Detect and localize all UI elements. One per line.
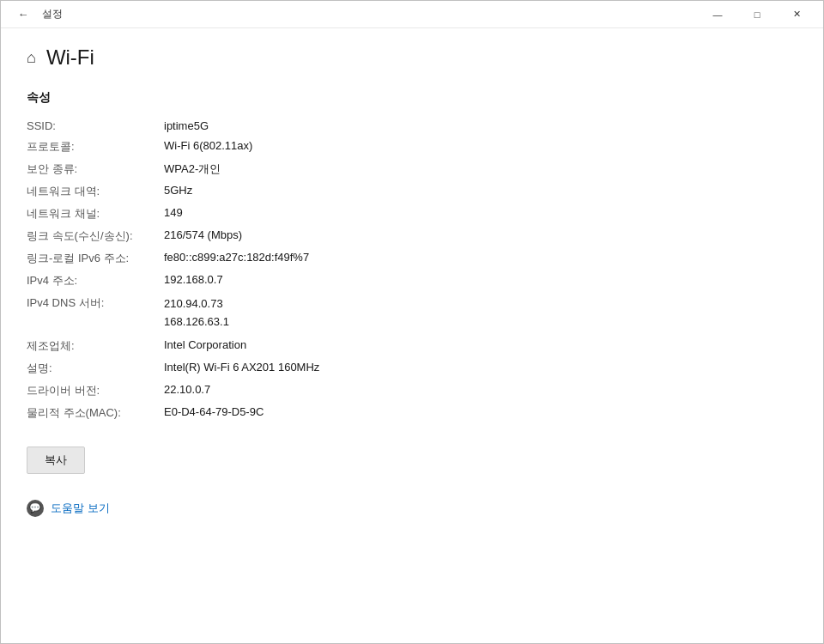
property-label: 드라이버 버전:: [27, 381, 164, 400]
property-value: 5GHz: [164, 182, 797, 201]
property-value: WPA2-개인: [164, 160, 797, 179]
section-title: 속성: [27, 90, 797, 106]
property-label: 링크-로컬 IPv6 주소:: [27, 249, 164, 268]
property-value: 192.168.0.7: [164, 271, 797, 290]
title-bar-left: ← 설정: [11, 3, 63, 27]
minimize-icon: —: [713, 9, 723, 20]
property-value: Wi-Fi 6(802.11ax): [164, 137, 797, 156]
property-label: 프로토콜:: [27, 137, 164, 156]
property-label: 네트워크 대역:: [27, 182, 164, 201]
page-header: ⌂ Wi-Fi: [27, 46, 797, 70]
help-link-label: 도움말 보기: [51, 501, 110, 516]
help-link[interactable]: 💬 도움말 보기: [27, 500, 797, 517]
properties-table: SSID:iptime5G프로토콜:Wi-Fi 6(802.11ax)보안 종류…: [27, 118, 797, 422]
window-controls: — □ ✕: [698, 1, 816, 28]
page-title: Wi-Fi: [46, 46, 94, 70]
property-label: SSID:: [27, 118, 164, 134]
property-label: 설명:: [27, 359, 164, 378]
help-icon: 💬: [27, 500, 44, 517]
property-value: 22.10.0.7: [164, 381, 797, 400]
close-icon: ✕: [793, 9, 801, 20]
property-value: 216/574 (Mbps): [164, 227, 797, 246]
title-bar: ← 설정 — □ ✕: [1, 1, 823, 28]
property-value: fe80::c899:a27c:182d:f49f%7: [164, 249, 797, 268]
back-button[interactable]: ←: [11, 3, 35, 27]
property-value: E0-D4-64-79-D5-9C: [164, 404, 797, 422]
property-value: 210.94.0.73 168.126.63.1: [164, 294, 797, 333]
maximize-icon: □: [754, 9, 760, 20]
settings-window: ← 설정 — □ ✕ ⌂ Wi-Fi 속성 SSID:iptime5G프로토콜:…: [0, 0, 824, 644]
content-area: ⌂ Wi-Fi 속성 SSID:iptime5G프로토콜:Wi-Fi 6(802…: [1, 28, 823, 643]
copy-button[interactable]: 복사: [27, 447, 85, 474]
close-button[interactable]: ✕: [777, 1, 816, 28]
property-value: iptime5G: [164, 118, 797, 134]
property-label: 제조업체:: [27, 337, 164, 355]
property-value: Intel(R) Wi-Fi 6 AX201 160MHz: [164, 359, 797, 378]
property-label: 보안 종류:: [27, 160, 164, 179]
back-icon: ←: [18, 8, 29, 21]
property-value: 149: [164, 204, 797, 223]
property-label: IPv4 주소:: [27, 271, 164, 290]
property-label: IPv4 DNS 서버:: [27, 294, 164, 333]
property-label: 링크 속도(수신/송신):: [27, 227, 164, 246]
property-label: 네트워크 채널:: [27, 204, 164, 223]
window-title: 설정: [42, 7, 63, 21]
minimize-button[interactable]: —: [698, 1, 737, 28]
home-icon: ⌂: [27, 49, 36, 67]
property-value: Intel Corporation: [164, 337, 797, 355]
maximize-button[interactable]: □: [737, 1, 777, 28]
property-label: 물리적 주소(MAC):: [27, 404, 164, 422]
